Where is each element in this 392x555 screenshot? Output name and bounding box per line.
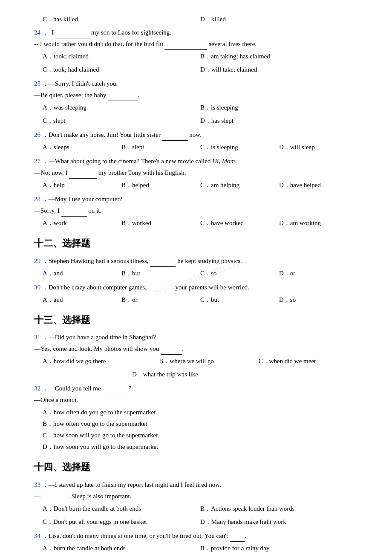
q29-options: A．and B．but C．so D．or — [43, 268, 358, 279]
q24-options2: C．took; had claimed D．will take; claimed — [43, 64, 358, 75]
q27-options: A．help B．helped C．am helping D．have help… — [43, 179, 358, 191]
question-27: 27 ．—What about going to the cinema? The… — [34, 156, 358, 191]
q33-options2: C．Don't put all your eggs in one basket … — [43, 516, 358, 528]
section-13-title: 十三、选择题 — [34, 312, 358, 329]
q33-line2: —. Sleep is also important. — [34, 491, 358, 502]
question-25: 25 ．—Sorry, I didn't catch you. —Be quie… — [34, 78, 358, 127]
question-26: 26 ．Don't make any noise, Jim! Your litt… — [34, 129, 358, 153]
q25-line1: 25 ．—Sorry, I didn't catch you. — [34, 78, 358, 90]
q33-blank — [40, 496, 68, 502]
option-d-killed: D．killed — [200, 14, 358, 25]
q25-options: A．was sleeping B．is sleeping — [43, 102, 358, 113]
q27-line2: —Not now, I my brother Tony with his Eng… — [34, 167, 358, 179]
question-34: 34 ．Lisa, don't do many things at one ti… — [34, 530, 358, 554]
q32-line1: 32 ．—Could you tell me? — [34, 383, 358, 394]
q26-options: A．sleeps B．slept C．is sleeping D．will sl… — [43, 142, 358, 153]
q24-sub: -- I would rather you didn't do that, fo… — [34, 38, 358, 50]
section-14-title: 十四、选择题 — [34, 459, 358, 476]
option-c-haskilled: C．has killed — [43, 14, 200, 25]
q30-text: 30 ．Don't be crazy about computer games,… — [34, 282, 358, 293]
q26-text: 26 ．Don't make any noise, Jim! Your litt… — [34, 129, 358, 141]
q28-options: A．work B．worked C．have worked D．am worki… — [43, 217, 358, 229]
q24-blank1 — [55, 32, 89, 38]
q26-blank — [162, 134, 188, 141]
q31-option-d: D．what the trip was like — [132, 369, 358, 380]
q28-line1: 28 ．—May I use your computer? — [34, 194, 358, 205]
question-33: 33 ．—I stayed up late to finish my repor… — [34, 479, 358, 528]
q24-blank2 — [164, 43, 207, 50]
q31-blank — [161, 348, 182, 355]
top-options: C．has killed D．killed — [43, 14, 358, 25]
q24-options: A．took; claimed B．am taking; has claimed — [43, 51, 358, 62]
q31-line2: —Yes, come and look. My photos will show… — [34, 343, 358, 355]
q27-blank — [69, 172, 97, 179]
q29-blank — [150, 260, 176, 267]
question-32: 32 ．—Could you tell me? —Once a month. A… — [34, 383, 358, 453]
q30-blank — [148, 287, 174, 293]
q30-options: A．and B．or C．but D．so — [43, 294, 358, 306]
q27-line1: 27 ．—What about going to the cinema? The… — [34, 156, 358, 167]
q33-options1: A．Don't burn the candle at both ends B．A… — [43, 503, 358, 515]
q28-blank — [61, 210, 87, 217]
q25-line2: —Be quiet, please; the baby . — [34, 90, 358, 101]
question-31: 31 ．—Did you have a good time in Shangha… — [34, 332, 358, 380]
question-24: 24 ．–I my son to Laos for sightseeing. -… — [34, 27, 358, 75]
q29-text: 29 ．Stephen Hawking had a serious illnes… — [34, 255, 358, 267]
q34-options: A．burn the candle at both ends B．provide… — [43, 543, 358, 554]
question-28: 28 ．—May I use your computer? —Sorry, I … — [34, 194, 358, 229]
q28-line2: —Sorry, I on it. — [34, 205, 358, 217]
q32-line2: —Once a month. — [34, 394, 358, 406]
q31-options1: A．how did we go there B．where we will go… — [43, 356, 358, 367]
question-29: 29 ．Stephen Hawking had a serious illnes… — [34, 255, 358, 279]
section-12-title: 十二、选择题 — [34, 235, 358, 252]
question-30: 30 ．Don't be crazy about computer games,… — [34, 282, 358, 306]
q32-blank — [101, 388, 129, 394]
q34-blank — [230, 535, 245, 542]
q33-line1: 33 ．—I stayed up late to finish my repor… — [34, 479, 358, 491]
q34-text: 34 ．Lisa, don't do many things at one ti… — [34, 530, 358, 542]
q25-options2: C．slept D．has slept — [43, 115, 358, 127]
q31-line1: 31 ．—Did you have a good time in Shangha… — [34, 332, 358, 343]
q25-blank — [108, 95, 138, 101]
q32-options: A．how often do you go to the supermarket… — [43, 407, 358, 453]
q24-text: 24 ．–I my son to Laos for sightseeing. — [34, 27, 358, 38]
